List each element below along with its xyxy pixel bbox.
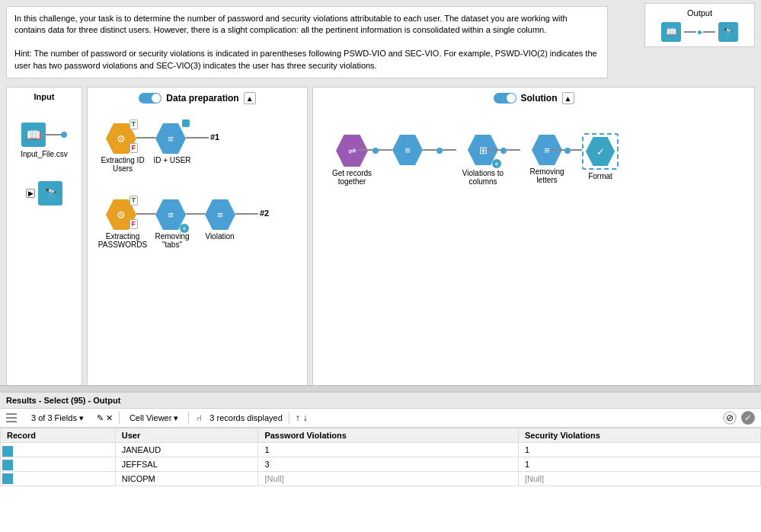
menu-icon-line2 <box>6 417 17 419</box>
menu-icon-line3 <box>6 421 17 422</box>
description-text-1: In this challenge, your task is to deter… <box>14 13 600 37</box>
multirow-plus: + <box>492 159 501 168</box>
solution-header: Solution ▲ <box>318 92 750 104</box>
input-file-icon: 📖 <box>21 123 46 147</box>
results-header: Results - Select (95) - Output <box>0 393 761 409</box>
sol-dot-1 <box>373 145 379 156</box>
join-label: Get records together <box>325 169 379 186</box>
extracting-id-label: Extracting ID Users <box>96 156 149 173</box>
flow-label-1: #1 <box>210 132 219 142</box>
left-sidebar-icons <box>0 444 14 486</box>
formula-node-1: ⚙ T F <box>106 123 136 154</box>
description-area: In this challenge, your task is to deter… <box>6 6 608 78</box>
join-node: ⇌ Get records together <box>325 135 379 186</box>
connector-3 <box>136 213 155 215</box>
select-node-2: ≡ + <box>155 199 186 230</box>
fields-dropdown-btn[interactable]: 3 of 3 Fields ▾ <box>27 412 88 425</box>
col-password-violations: Password Violations <box>258 428 519 443</box>
sol-connector-8 <box>571 149 582 151</box>
h-scrollbar[interactable] <box>0 385 761 391</box>
results-table: Record User Password Violations Security… <box>0 428 761 486</box>
id-user-label: ID + USER <box>149 156 195 164</box>
close-icon[interactable]: ✕ <box>106 413 113 423</box>
multirow-node: ⊞ + Violations to columns <box>456 135 510 186</box>
select-badge-1 <box>182 119 190 127</box>
results-area: Results - Select (95) - Output 3 of 3 Fi… <box>0 391 761 532</box>
flow-label-2: #2 <box>260 209 269 218</box>
toolbar-sep-3 <box>289 412 289 424</box>
description-text-2: Hint: The number of password or security… <box>14 48 600 72</box>
data-prep-panel: Data preparation ▲ ⚙ T F ≡ # <box>87 87 308 397</box>
solution-toggle[interactable] <box>494 93 516 104</box>
input-panel: Input 📖 Input_File.csv ▶ 🔭 <box>6 87 82 397</box>
sol-select-hex: ≡ <box>392 135 423 165</box>
col-security-violations: Security Violations <box>518 428 760 443</box>
extracting-pw-label: Extracting PASSWORDS <box>96 232 149 249</box>
data-prep-collapse-btn[interactable]: ▲ <box>244 92 256 104</box>
select-node-3: ≡ <box>205 199 235 230</box>
toolbar-sep-1 <box>119 412 120 424</box>
results-title: Results - Select (95) - Output <box>6 396 120 405</box>
fields-chevron: ▾ <box>79 413 84 423</box>
input-small-icon: ▶ <box>26 189 35 198</box>
sol-select-node: ≡ <box>392 135 423 165</box>
format-node: ✓ Format <box>582 133 619 180</box>
t-badge-1: T <box>129 119 139 129</box>
sol-connector-5 <box>487 149 500 151</box>
output-book-icon: 📖 <box>661 22 681 42</box>
violation-label: Violation <box>199 232 241 241</box>
solution-panel: Solution ▲ ⇌ Get records together ≡ <box>312 87 755 397</box>
removing-letters-label: Removing letters <box>520 167 574 184</box>
fields-label: 3 of 3 Fields <box>31 413 77 422</box>
removing-tabs-label: Removing "tabs" <box>149 232 195 249</box>
removing-letters-node: ≡ Removing letters <box>520 135 574 184</box>
sol-connector-1 <box>357 149 373 151</box>
toolbar-left-icons <box>6 413 17 422</box>
input-binoculars-icon: 🔭 <box>38 181 62 205</box>
select-hex-3: ≡ <box>205 199 235 230</box>
sol-dot-4 <box>564 145 571 156</box>
output-binoculars-icon: 🔭 <box>718 22 738 42</box>
connector-5 <box>235 213 258 215</box>
output-icons: 📖 🔭 <box>650 22 750 42</box>
cell-viewer-chevron: ▾ <box>174 413 178 423</box>
select-hex-1: ≡ <box>155 123 186 154</box>
sidebar-icon-2[interactable] <box>2 460 13 470</box>
table-row: 3NICOPM[Null][Null] <box>1 472 761 486</box>
col-record: Record <box>1 428 116 443</box>
select-node-1: ≡ <box>155 123 186 131</box>
down-arrow-btn[interactable]: ↓ <box>303 413 308 423</box>
reject-btn[interactable]: ⊘ <box>723 411 737 425</box>
menu-icon-line1 <box>6 413 17 415</box>
data-prep-header: Data preparation ▲ <box>92 92 302 104</box>
table-row: 1JANEAUD11 <box>1 443 761 457</box>
edit-icon[interactable]: ✎ <box>97 413 104 423</box>
data-prep-toggle[interactable] <box>139 93 161 104</box>
sol-connector-2 <box>379 149 392 151</box>
sol-dot-3 <box>500 145 507 156</box>
connector-4 <box>186 213 205 215</box>
formula-node-2: ⚙ T F <box>106 199 136 230</box>
connector-1 <box>136 137 155 139</box>
solution-title: Solution <box>521 93 558 104</box>
format-label: Format <box>588 172 612 180</box>
format-hex: ✓ <box>586 137 615 166</box>
join-hex: ⇌ <box>336 135 368 167</box>
sol-connector-4 <box>443 149 456 151</box>
results-table-container: Record User Password Violations Security… <box>0 428 761 486</box>
violations-label: Violations to columns <box>456 169 510 186</box>
results-toolbar: 3 of 3 Fields ▾ ✎ ✕ Cell Viewer ▾ ⑁ 3 re… <box>0 409 761 428</box>
output-panel: Output 📖 🔭 <box>644 3 755 47</box>
toolbar-edit-icons: ✎ ✕ <box>97 413 113 423</box>
input-panel-title: Input <box>34 92 55 101</box>
sidebar-icon-1[interactable] <box>2 446 13 457</box>
input-file-label: Input_File.csv <box>21 150 68 158</box>
solution-collapse-btn[interactable]: ▲ <box>562 92 574 104</box>
col-user: User <box>115 428 258 443</box>
approve-btn[interactable]: ✓ <box>741 411 755 425</box>
f-badge-2: F <box>129 219 139 229</box>
cell-viewer-btn[interactable]: Cell Viewer ▾ <box>126 412 182 425</box>
sidebar-icon-3[interactable] <box>2 473 13 484</box>
up-arrow-btn[interactable]: ↑ <box>296 413 300 423</box>
cell-viewer-label: Cell Viewer <box>129 413 171 422</box>
